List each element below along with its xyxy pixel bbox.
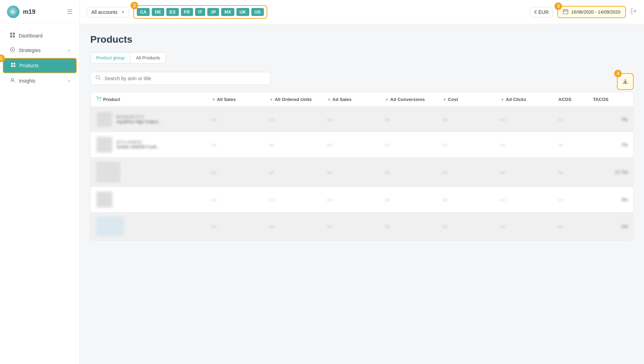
sidebar-strategies-label: Strategies [19,48,41,53]
cell-cost: — [443,117,500,122]
col-ad-clicks[interactable]: ▼ Ad Clicks [501,96,558,102]
col-ad-sales[interactable]: ▼ Ad Sales [327,96,385,102]
strategies-icon [10,47,15,54]
search-input[interactable] [104,76,266,81]
table-wrapper: 4 [90,92,634,241]
app-name: m19 [23,8,35,16]
dashboard-icon [10,32,15,39]
products-table: Product ▼ All Sales ▼ All Ordered Units … [90,92,634,241]
sidebar-item-strategies[interactable]: Strategies ‹ [3,43,77,57]
download-btn-container: 4 [617,73,634,90]
product-info: B01MUB1OYC AquaPlus High Output... [116,115,161,124]
product-cell [96,191,212,208]
sort-ad-conv-icon: ▼ [385,98,389,102]
country-tag-ca[interactable]: CA [137,8,150,16]
sort-ad-sales-icon: ▼ [327,98,331,102]
badge-4: 4 [614,70,622,77]
product-info: B07LH93B3Q SHINE ARMOR Fortif... [116,140,160,150]
accounts-label: All accounts [91,9,117,15]
product-title: SHINE ARMOR Fortif... [116,145,160,150]
product-asin: B07LH93B3Q [116,140,160,145]
cell-acos: — [558,117,593,122]
table-row[interactable]: — — — — — — — 1% [91,212,633,240]
sidebar: m m19 ☰ Dashboard [0,0,80,364]
search-icon [95,75,101,82]
country-tag-es[interactable]: ES [166,8,178,16]
product-title: AquaPlus High Output... [116,119,161,124]
product-thumbnail [96,217,124,236]
product-thumbnail [96,136,113,153]
cell-ad-clicks: — [501,117,558,122]
country-tag-fr[interactable]: FR [181,8,193,16]
svg-rect-4 [10,35,12,37]
table-header: Product ▼ All Sales ▼ All Ordered Units … [91,92,633,107]
cell-tacos: 7% [593,117,628,122]
table-row[interactable]: — — — — — — — 3% [91,187,633,212]
calendar-icon [563,9,568,15]
svg-rect-3 [13,33,15,35]
col-all-sales[interactable]: ▼ All Sales [212,96,269,102]
country-tags-container: 2 CA DE ES FR IT JP MX UK US [133,5,267,19]
product-thumbnail [96,162,120,183]
main-content: All accounts ▼ 2 CA DE ES FR IT JP MX UK… [80,0,644,364]
currency-selector[interactable]: € EUR [530,7,553,17]
country-tag-it[interactable]: IT [195,8,206,16]
svg-point-16 [100,101,101,101]
product-group-label[interactable]: Product group [91,52,131,63]
product-asin: B01MUB1OYC [116,115,161,119]
col-product[interactable]: Product [96,96,212,102]
topbar: All accounts ▼ 2 CA DE ES FR IT JP MX UK… [80,0,644,24]
svg-rect-10 [11,65,13,67]
cell-ad-sales: — [327,117,385,122]
logo-icon: m [7,6,19,18]
svg-point-12 [11,78,14,81]
sidebar-products-label: Products [19,63,39,68]
sidebar-item-dashboard[interactable]: Dashboard [3,29,77,43]
table-row[interactable]: B01MUB1OYC AquaPlus High Output... — — —… [91,107,633,132]
cell-tacos: 7% [593,142,628,147]
page-title: Products [90,34,634,45]
svg-rect-5 [13,35,15,37]
country-tag-mx[interactable]: MX [221,8,234,16]
hamburger-icon[interactable]: ☰ [67,8,73,16]
country-tag-us[interactable]: US [251,8,264,16]
product-group-value: All Products [131,52,166,63]
cell-ordered-units: — [269,117,327,122]
page-content: Products Product group All Products 4 [80,24,644,364]
products-icon [10,62,16,69]
cell-ad-conversions: — [385,117,443,122]
cart-icon [96,96,102,102]
svg-rect-8 [11,63,13,65]
sort-cost-icon: ▼ [443,98,446,102]
svg-rect-9 [14,63,15,65]
table-row[interactable]: — — — — — — — 17.7% [91,158,633,187]
col-tacos: TACOS [593,96,628,102]
currency-label: EUR [538,9,549,15]
sidebar-item-products[interactable]: Products [3,58,77,73]
sidebar-item-insights[interactable]: Insights ‹ [3,74,77,88]
col-all-ordered-units[interactable]: ▼ All Ordered Units [269,96,327,102]
svg-rect-2 [10,33,12,35]
insights-icon [10,77,15,84]
cell-all-sales: — [212,117,269,122]
product-cell [96,162,212,183]
cell-tacos: 3% [593,197,628,202]
sort-ordered-units-icon: ▼ [269,98,273,102]
country-tag-jp[interactable]: JP [207,8,219,16]
accounts-selector[interactable]: All accounts ▼ [87,7,129,17]
cell-tacos: 1% [593,224,628,229]
sort-ad-clicks-icon: ▼ [501,98,504,102]
logout-icon[interactable] [630,8,637,16]
country-tag-uk[interactable]: UK [236,8,249,16]
product-group-bar: Product group All Products [90,52,166,64]
sidebar-nav: Dashboard Strategies ‹ 1 [0,24,80,93]
country-tag-de[interactable]: DE [152,8,164,16]
table-row[interactable]: B07LH93B3Q SHINE ARMOR Fortif... — — — —… [91,132,633,158]
sidebar-strategies-wrapper: Strategies ‹ [0,43,80,57]
col-cost[interactable]: ▼ Cost [443,96,500,102]
product-cell: B01MUB1OYC AquaPlus High Output... [96,111,212,128]
date-range-selector[interactable]: 16/08/2020 - 14/09/2020 [558,7,625,17]
strategies-chevron-icon: ‹ [68,48,70,53]
col-ad-conversions[interactable]: ▼ Ad Conversions [385,96,443,102]
accounts-chevron-icon: ▼ [121,10,125,14]
